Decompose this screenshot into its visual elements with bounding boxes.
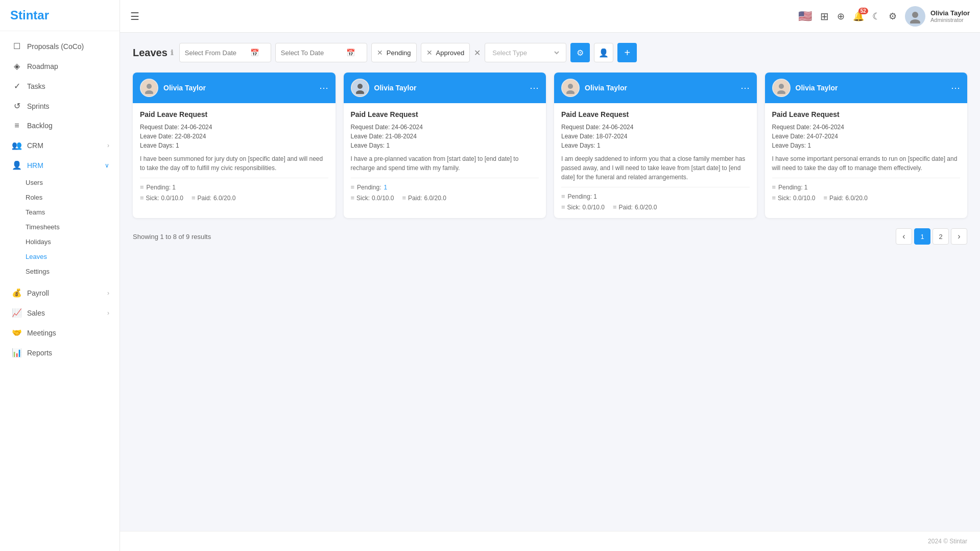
sprints-icon: ↺ [12, 101, 22, 111]
from-date-input-wrap[interactable]: 📅 [179, 43, 271, 62]
pagination-next-button[interactable]: › [951, 228, 967, 245]
svg-point-9 [777, 90, 785, 94]
request-date-value: 24-06-2024 [392, 124, 423, 131]
card-header: Olivia Taylor ⋯ [344, 73, 546, 103]
card-more-icon[interactable]: ⋯ [530, 82, 539, 93]
filter-tag-approved[interactable]: ✕ Approved [421, 43, 470, 62]
card-status-label: Pending: 1 [147, 184, 176, 191]
main-content: Leaves ℹ 📅 📅 ✕ Pending [120, 33, 980, 531]
type-select[interactable]: Select Type [490, 49, 561, 57]
leave-date-label: Leave Date: [561, 133, 594, 140]
card-more-icon[interactable]: ⋯ [740, 82, 750, 93]
header-user-role: Administrator [930, 17, 970, 23]
sidebar-item-sales[interactable]: 📈 Sales › [0, 303, 119, 323]
card-leave-date: Leave Date: 24-07-2024 [772, 133, 961, 140]
sidebar-item-tasks[interactable]: ✓ Tasks [0, 76, 119, 96]
card-body: Paid Leave Request Request Date: 24-06-2… [554, 103, 757, 218]
header-right: 🇺🇸 ⊞ ⊕ 🔔 52 ☾ ⚙ O [798, 6, 970, 27]
card-avatar [140, 79, 158, 97]
to-date-input[interactable] [281, 49, 342, 57]
filter-tag-approved-label: Approved [436, 49, 465, 57]
card-header-left: Olivia Taylor [351, 79, 417, 97]
sidebar-item-roadmap[interactable]: ◈ Roadmap [0, 56, 119, 76]
svg-point-4 [357, 84, 363, 89]
card-leave-date: Leave Date: 22-08-2024 [140, 133, 328, 140]
card-description: I have a pre-planned vacation from [star… [351, 154, 539, 173]
card-body: Paid Leave Request Request Date: 24-06-2… [765, 103, 968, 209]
card-divider [140, 178, 328, 178]
filter-settings-button[interactable]: ⚙ [570, 43, 590, 62]
sidebar-item-label: Reports [27, 349, 109, 357]
card-status-link[interactable]: 1 [384, 184, 387, 191]
backlog-icon: ≡ [12, 121, 22, 130]
leave-days-label: Leave Days: [772, 142, 806, 149]
leave-card: Olivia Taylor ⋯ Paid Leave Request Reque… [554, 73, 757, 218]
card-stats-row: ≡ Sick: 0.0/10.0 ≡ Paid: 6.0/20.0 [351, 194, 539, 202]
sidebar-item-backlog[interactable]: ≡ Backlog [0, 116, 119, 135]
card-sick-stat: ≡ Sick: 0.0/10.0 [140, 194, 183, 202]
filter-tag-pending-close-icon[interactable]: ✕ [377, 49, 383, 57]
apps-icon[interactable]: ⊞ [820, 10, 829, 22]
app-footer: 2024 © Stintar [120, 531, 980, 551]
crm-arrow-icon: › [107, 142, 109, 149]
sidebar-sub-leaves[interactable]: Leaves [0, 249, 119, 264]
sidebar-sub-holidays[interactable]: Holidays [0, 234, 119, 249]
sidebar-item-payroll[interactable]: 💰 Payroll › [0, 283, 119, 303]
filter-tag-pending[interactable]: ✕ Pending [371, 43, 417, 62]
sick-value: 0.0/10.0 [161, 195, 183, 202]
sidebar-item-reports[interactable]: 📊 Reports [0, 343, 119, 363]
card-status: ≡ Pending: 1 [140, 183, 328, 191]
card-status-label: Pending: 1 [778, 184, 807, 191]
card-more-icon[interactable]: ⋯ [951, 82, 960, 93]
pagination-page-2-button[interactable]: 2 [933, 228, 949, 245]
pagination-prev-button[interactable]: ‹ [896, 228, 912, 245]
grid-cross-icon[interactable]: ⊕ [837, 11, 845, 22]
svg-point-2 [147, 84, 152, 89]
card-header: Olivia Taylor ⋯ [765, 73, 968, 103]
add-leave-button[interactable]: + [617, 43, 637, 62]
card-paid-stat: ≡ Paid: 6.0/20.0 [402, 194, 446, 202]
theme-icon[interactable]: ☾ [872, 11, 880, 22]
leave-card: Olivia Taylor ⋯ Paid Leave Request Reque… [765, 73, 968, 218]
header-left: ☰ [130, 10, 139, 22]
to-date-input-wrap[interactable]: 📅 [275, 43, 367, 62]
from-date-input[interactable] [185, 49, 246, 57]
card-request-date: Request Date: 24-06-2024 [351, 124, 539, 131]
to-date-calendar-icon[interactable]: 📅 [346, 49, 355, 57]
filter-tag-approved-close-icon[interactable]: ✕ [426, 49, 433, 57]
sidebar-sub-timesheets[interactable]: Timesheets [0, 220, 119, 234]
header-avatar [905, 6, 925, 27]
sick-label: Sick: [778, 195, 791, 202]
svg-point-1 [910, 19, 920, 23]
sales-arrow-icon: › [107, 309, 109, 317]
user-info[interactable]: Olivia Taylor Administrator [905, 6, 970, 27]
leaves-cards-grid: Olivia Taylor ⋯ Paid Leave Request Reque… [133, 73, 967, 218]
hamburger-icon[interactable]: ☰ [130, 10, 139, 22]
sidebar-sub-settings[interactable]: Settings [0, 264, 119, 279]
tasks-icon: ✓ [12, 81, 22, 91]
share-button[interactable]: 👤 [594, 43, 613, 62]
notification-icon[interactable]: 🔔 52 [853, 11, 864, 22]
leave-date-label: Leave Date: [351, 133, 384, 140]
sidebar-sub-teams[interactable]: Teams [0, 205, 119, 220]
card-leave-days: Leave Days: 1 [561, 142, 750, 149]
filter-tag-pending-label: Pending [387, 49, 411, 57]
sidebar-item-sprints[interactable]: ↺ Sprints [0, 96, 119, 116]
settings-icon[interactable]: ⚙ [889, 11, 897, 22]
sidebar-item-crm[interactable]: 👥 CRM › [0, 135, 119, 155]
card-user-name: Olivia Taylor [374, 84, 417, 92]
card-description: I have some important personal errands t… [772, 154, 961, 173]
card-more-icon[interactable]: ⋯ [319, 82, 328, 93]
leaves-info-icon[interactable]: ℹ [171, 49, 173, 57]
sidebar-sub-users[interactable]: Users [0, 175, 119, 190]
sidebar-item-hrm[interactable]: 👤 HRM ∨ [0, 155, 119, 175]
sidebar-item-proposals[interactable]: ☐ Proposals (CoCo) [0, 36, 119, 56]
type-select-wrap[interactable]: Select Type [485, 43, 566, 62]
language-flag[interactable]: 🇺🇸 [798, 10, 812, 23]
card-status: ≡ Pending: 1 [772, 183, 961, 191]
from-date-calendar-icon[interactable]: 📅 [250, 49, 259, 57]
sidebar-sub-roles[interactable]: Roles [0, 190, 119, 205]
pagination-page-1-button[interactable]: 1 [914, 228, 930, 245]
filter-clear-all-icon[interactable]: ✕ [474, 48, 481, 58]
sidebar-item-meetings[interactable]: 🤝 Meetings [0, 323, 119, 343]
